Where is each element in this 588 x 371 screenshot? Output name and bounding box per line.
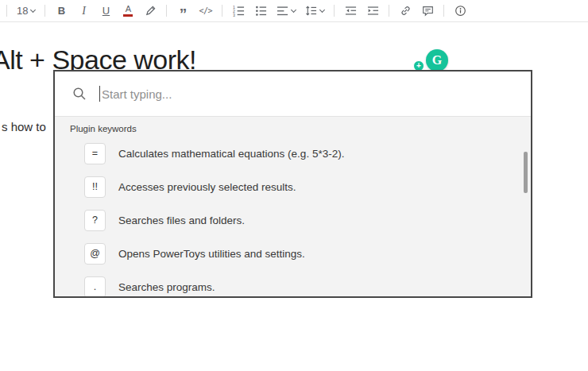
bullet-list-button[interactable] bbox=[254, 3, 267, 19]
ordered-list-icon: 123 bbox=[233, 5, 245, 17]
underline-button[interactable]: U bbox=[99, 3, 112, 19]
link-icon bbox=[400, 5, 412, 17]
plugin-key-badge: . bbox=[84, 276, 106, 298]
plugin-keywords-heading: Plugin keywords bbox=[70, 124, 531, 133]
underline-icon: U bbox=[103, 5, 110, 17]
indent-button[interactable] bbox=[366, 3, 379, 19]
comment-button[interactable] bbox=[421, 3, 434, 19]
plugin-key-label: !! bbox=[92, 181, 98, 192]
grammarly-icon[interactable]: G bbox=[426, 49, 448, 71]
plugin-keyword-list: = Calculates mathematical equations (e.g… bbox=[55, 137, 531, 298]
line-spacing-icon bbox=[305, 5, 317, 17]
chevron-down-icon bbox=[30, 6, 36, 12]
dialog-scrollbar-thumb[interactable] bbox=[524, 152, 528, 193]
toolbar-separator bbox=[222, 5, 222, 17]
plugin-keyword-row[interactable]: @ Opens PowerToys utilities and settings… bbox=[55, 237, 531, 270]
pen-icon bbox=[145, 5, 157, 17]
ordered-list-button[interactable]: 123 bbox=[232, 3, 245, 19]
plugin-description: Opens PowerToys utilities and settings. bbox=[118, 248, 305, 260]
chevron-down-icon bbox=[319, 6, 325, 12]
plugin-description: Searches files and folders. bbox=[118, 214, 245, 226]
toolbar-separator bbox=[389, 5, 389, 17]
plugin-keyword-row[interactable]: ? Searches files and folders. bbox=[55, 203, 531, 237]
powertoys-run-dialog: Plugin keywords = Calculates mathematica… bbox=[53, 70, 532, 298]
align-select[interactable] bbox=[277, 3, 296, 19]
plugin-description: Accesses previously selected results. bbox=[118, 181, 296, 193]
toolbar-separator bbox=[6, 5, 7, 17]
outdent-icon bbox=[345, 5, 357, 17]
search-input[interactable] bbox=[102, 87, 531, 101]
indent-icon bbox=[367, 5, 379, 17]
svg-text:3: 3 bbox=[233, 13, 235, 17]
plugin-key-label: = bbox=[92, 148, 98, 159]
search-icon bbox=[72, 87, 87, 101]
bold-button[interactable]: B bbox=[55, 3, 68, 19]
italic-icon: I bbox=[82, 5, 86, 17]
plugin-key-badge: @ bbox=[84, 243, 106, 265]
plugin-description: Calculates mathematical equations (e.g. … bbox=[118, 148, 344, 160]
plugin-key-badge: ? bbox=[84, 210, 106, 231]
toolbar-separator bbox=[166, 5, 167, 17]
text-color-icon: A bbox=[123, 5, 133, 17]
insert-link-button[interactable] bbox=[399, 3, 412, 19]
info-icon bbox=[455, 5, 466, 17]
plugin-keyword-row[interactable]: = Calculates mathematical equations (e.g… bbox=[55, 137, 531, 170]
line-spacing-select[interactable] bbox=[305, 3, 324, 19]
toolbar-separator bbox=[44, 5, 45, 17]
plugin-description: Searches programs. bbox=[118, 281, 215, 293]
comment-icon bbox=[422, 5, 434, 17]
highlight-pen-button[interactable] bbox=[144, 3, 157, 19]
document-paragraph-fragment: s how to bbox=[2, 120, 46, 133]
quote-icon: ” bbox=[180, 5, 188, 17]
toolbar-separator bbox=[443, 5, 444, 17]
blockquote-button[interactable]: ” bbox=[176, 3, 189, 19]
search-bar bbox=[55, 71, 531, 117]
editor-screen: 18 B I U A ” </> bbox=[0, 0, 588, 371]
align-icon bbox=[277, 5, 288, 17]
bold-icon: B bbox=[58, 5, 65, 17]
italic-button[interactable]: I bbox=[77, 3, 90, 19]
font-size-value: 18 bbox=[17, 5, 28, 17]
text-color-button[interactable]: A bbox=[122, 3, 134, 19]
chevron-down-icon bbox=[291, 6, 296, 12]
info-button[interactable] bbox=[454, 3, 466, 19]
plugin-key-label: @ bbox=[90, 248, 100, 259]
plugin-key-label: ? bbox=[92, 214, 98, 226]
plugin-keyword-row[interactable]: !! Accesses previously selected results. bbox=[55, 170, 531, 203]
outdent-button[interactable] bbox=[344, 3, 357, 19]
formatting-toolbar: 18 B I U A ” </> bbox=[0, 0, 588, 22]
text-cursor bbox=[99, 86, 100, 102]
plugin-key-badge: = bbox=[84, 143, 106, 164]
bullet-list-icon bbox=[255, 5, 267, 17]
plugin-keyword-row[interactable]: . Searches programs. bbox=[55, 270, 531, 298]
toolbar-separator bbox=[334, 5, 335, 17]
plugin-key-label: . bbox=[94, 281, 96, 292]
code-block-button[interactable]: </> bbox=[199, 3, 212, 19]
code-icon: </> bbox=[199, 6, 212, 15]
font-size-select[interactable]: 18 bbox=[17, 3, 35, 19]
plugin-key-badge: !! bbox=[84, 176, 106, 198]
